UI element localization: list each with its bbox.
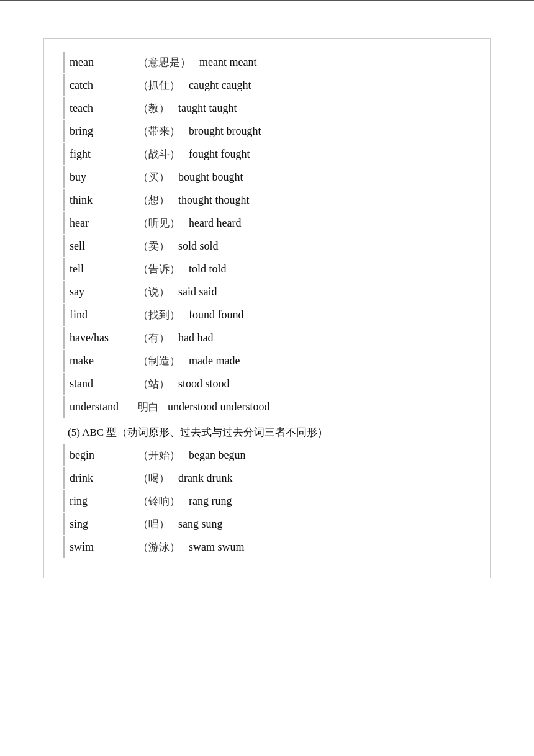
word-forms: began begun xyxy=(189,449,245,462)
word-chinese: （意思是） xyxy=(138,55,191,70)
word-base: swim xyxy=(70,541,138,554)
word-forms: thought thought xyxy=(178,194,250,207)
word-base: say xyxy=(70,286,138,299)
word-forms: drank drunk xyxy=(178,472,232,485)
table-row: tell（告诉）told told xyxy=(63,258,471,280)
word-base: stand xyxy=(70,377,138,390)
word-forms: fought fought xyxy=(189,148,250,161)
word-base: begin xyxy=(70,449,138,462)
word-chinese: （铃响） xyxy=(138,494,180,508)
word-forms: taught taught xyxy=(178,102,237,115)
word-base: find xyxy=(70,308,138,322)
word-base: think xyxy=(70,194,138,207)
table-row: say（说）said said xyxy=(63,281,471,303)
table-row: stand（站）stood stood xyxy=(63,373,471,395)
word-base: bring xyxy=(70,125,138,138)
word-base: catch xyxy=(70,79,138,92)
table-row: bring（带来）brought brought xyxy=(63,120,471,142)
word-base: fight xyxy=(70,148,138,161)
word-base: understand xyxy=(70,400,138,413)
word-base: teach xyxy=(70,102,138,115)
word-chinese: （战斗） xyxy=(138,147,180,161)
word-chinese: （制造） xyxy=(138,354,180,368)
word-chinese: （站） xyxy=(138,377,170,391)
word-chinese: 明白 xyxy=(138,400,159,414)
word-forms: made made xyxy=(189,354,240,367)
word-base: tell xyxy=(70,263,138,276)
table-row: fight（战斗）fought fought xyxy=(63,143,471,165)
word-base: hear xyxy=(70,217,138,230)
word-forms: sold sold xyxy=(178,240,219,253)
word-base: have/has xyxy=(70,331,138,344)
vocab-list-2: begin（开始）began begundrink（喝）drank drunkr… xyxy=(63,444,471,558)
word-chinese: （教） xyxy=(138,101,170,115)
word-forms: heard heard xyxy=(189,217,241,230)
table-row: sing（唱）sang sung xyxy=(63,513,471,535)
table-row: buy（买）bought bought xyxy=(63,166,471,188)
word-forms: stood stood xyxy=(178,377,230,390)
word-forms: told told xyxy=(189,263,227,276)
table-row: have/has（有）had had xyxy=(63,327,471,349)
section-header: (5) ABC 型（动词原形、过去式与过去分词三者不同形） xyxy=(63,425,471,439)
word-forms: swam swum xyxy=(189,541,245,554)
word-chinese: （抓住） xyxy=(138,78,180,92)
word-chinese: （听见） xyxy=(138,216,180,230)
word-base: drink xyxy=(70,472,138,485)
word-forms: sang sung xyxy=(178,518,223,531)
table-row: understand明白understood understood xyxy=(63,396,471,418)
word-forms: brought brought xyxy=(189,125,261,138)
word-base: buy xyxy=(70,171,138,184)
table-row: catch（抓住）caught caught xyxy=(63,74,471,96)
word-chinese: （唱） xyxy=(138,517,170,531)
word-forms: found found xyxy=(189,308,244,322)
word-forms: had had xyxy=(178,331,213,344)
table-row: begin（开始）began begun xyxy=(63,444,471,466)
word-base: mean xyxy=(70,56,138,69)
word-chinese: （找到） xyxy=(138,308,180,322)
word-chinese: （有） xyxy=(138,331,170,345)
word-forms: said said xyxy=(178,286,217,299)
word-forms: bought bought xyxy=(178,171,243,184)
word-chinese: （说） xyxy=(138,285,170,299)
word-base: sell xyxy=(70,240,138,253)
word-chinese: （想） xyxy=(138,193,170,207)
word-forms: rang rung xyxy=(189,495,232,508)
word-chinese: （告诉） xyxy=(138,262,180,276)
word-forms: understood understood xyxy=(168,400,269,413)
word-base: make xyxy=(70,354,138,367)
vocab-list: mean（意思是）meant meantcatch（抓住）caught caug… xyxy=(63,52,471,418)
table-row: ring（铃响）rang rung xyxy=(63,490,471,512)
word-chinese: （游泳） xyxy=(138,540,180,554)
table-row: teach（教）taught taught xyxy=(63,97,471,119)
word-chinese: （买） xyxy=(138,170,170,184)
table-row: mean（意思是）meant meant xyxy=(63,52,471,73)
table-row: think（想）thought thought xyxy=(63,189,471,211)
word-chinese: （卖） xyxy=(138,239,170,253)
table-row: swim（游泳）swam swum xyxy=(63,536,471,558)
word-chinese: （开始） xyxy=(138,448,180,462)
word-chinese: （带来） xyxy=(138,124,180,138)
word-base: sing xyxy=(70,518,138,531)
word-forms: meant meant xyxy=(199,56,256,69)
table-row: find（找到）found found xyxy=(63,304,471,326)
word-base: ring xyxy=(70,495,138,508)
word-chinese: （喝） xyxy=(138,471,170,485)
main-content: mean（意思是）meant meantcatch（抓住）caught caug… xyxy=(43,38,491,578)
table-row: hear（听见）heard heard xyxy=(63,212,471,234)
word-forms: caught caught xyxy=(189,79,251,92)
top-border xyxy=(0,0,534,1)
table-row: drink（喝）drank drunk xyxy=(63,467,471,489)
table-row: make（制造）made made xyxy=(63,350,471,372)
table-row: sell（卖）sold sold xyxy=(63,235,471,257)
